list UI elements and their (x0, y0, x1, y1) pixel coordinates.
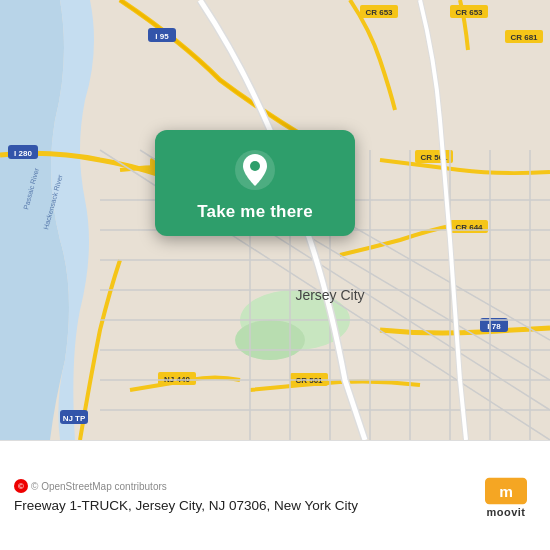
location-pin-icon (233, 148, 277, 192)
copyright-line: © © OpenStreetMap contributors (14, 479, 464, 493)
popup-card: Take me there (155, 130, 355, 236)
osm-logo: © (14, 479, 28, 493)
copyright-text: © OpenStreetMap contributors (31, 481, 167, 492)
svg-text:I 95: I 95 (155, 32, 169, 41)
svg-point-4 (235, 320, 305, 360)
info-text: © © OpenStreetMap contributors Freeway 1… (14, 479, 464, 516)
svg-text:NJ TP: NJ TP (63, 414, 86, 423)
svg-text:CR 653: CR 653 (365, 8, 393, 17)
address-line: Freeway 1-TRUCK, Jersey City, NJ 07306, … (14, 497, 464, 516)
take-me-there-button[interactable]: Take me there (197, 202, 313, 222)
info-bar: © © OpenStreetMap contributors Freeway 1… (0, 440, 550, 550)
moovit-logo: m moovit (476, 477, 536, 518)
moovit-icon: m (485, 477, 527, 505)
moovit-label: moovit (486, 506, 525, 518)
svg-text:CR 653: CR 653 (455, 8, 483, 17)
svg-point-51 (250, 161, 260, 171)
svg-text:CR 681: CR 681 (510, 33, 538, 42)
map-container[interactable]: Passaic River Hackensack River I 95 I 28… (0, 0, 550, 440)
svg-text:m: m (499, 483, 513, 500)
svg-text:I 280: I 280 (14, 149, 32, 158)
svg-text:Jersey City: Jersey City (295, 287, 364, 303)
